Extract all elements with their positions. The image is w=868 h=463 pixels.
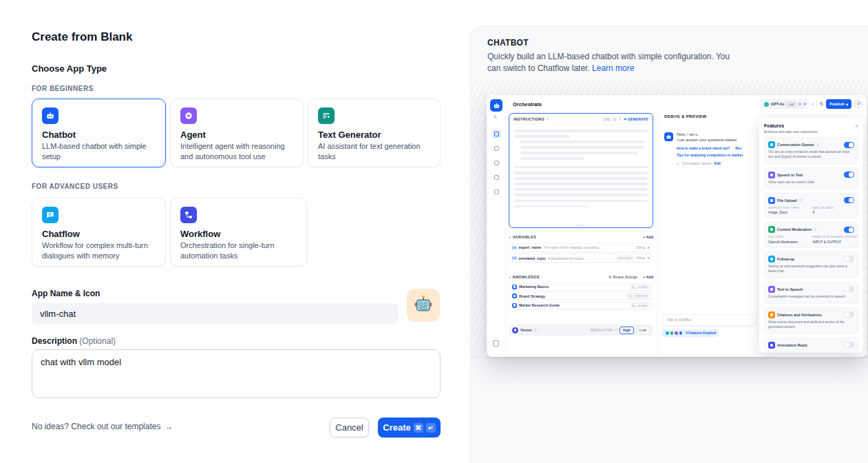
app-type-desc: LLM-based chatbot with simple setup (42, 141, 156, 161)
column-divider (657, 107, 658, 357)
add-knowledge-button: + Add (643, 275, 653, 279)
app-type-name: Chatbot (42, 130, 156, 140)
type-icon: ⊕ (647, 246, 650, 249)
app-type-desc: Workflow for complex multi-turn dialogue… (42, 240, 156, 260)
app-type-card-text-generator[interactable]: Text Generator AI assistant for text gen… (308, 99, 441, 167)
info-icon: ⓘ (547, 117, 549, 121)
knowledge-row: Brand Strategy HQ · INVERTED (509, 292, 653, 300)
feature-item: Content Moderation ⓘ PROVIDER OpenAI Mod… (764, 222, 858, 248)
toggle-on (844, 142, 854, 148)
app-type-name: Agent (180, 130, 293, 140)
info-icon: ⓘ (799, 198, 802, 202)
description-optional-label: (Optional) (79, 336, 116, 346)
retrieval-badge: HQ · HYBRID (630, 303, 650, 308)
feature-item: Annotation Reply (764, 338, 858, 353)
shot-instructions-panel: INSTRUCTIONS ⓘ 2182 {x} ⎘ ✦ GENERATE (509, 113, 653, 228)
shot-title: Orchestrate (513, 101, 542, 107)
shot-toolbar: GPT-4o CHAT ▾ ⇅ Publish ▾ ↺ (761, 99, 862, 109)
speech-to-text-icon (768, 172, 775, 178)
document-icon (512, 285, 517, 289)
toggle-off (844, 256, 854, 262)
follow-up-icon (768, 256, 775, 263)
rerank-settings-button: ⇅ Rerank Settings (608, 275, 637, 279)
required-badge: REQUIRED (616, 256, 634, 260)
resolution-high-button: High (620, 327, 634, 334)
feature-dot-icon (679, 331, 684, 336)
shot-nav-icon (492, 187, 501, 196)
generate-button: ✦ GENERATE (624, 117, 648, 121)
learn-more-link[interactable]: Learn more (592, 63, 634, 73)
close-icon: ✕ (855, 123, 858, 128)
shot-variables-section: ∨ VARIABLES + Add {x} expert_name The na… (509, 233, 653, 263)
instructions-placeholder-text (509, 125, 653, 216)
feature-item: Text to Speech Conversation messages can… (764, 282, 858, 304)
add-variable-button: + Add (643, 235, 653, 239)
app-type-desc: AI assistant for text generation tasks (318, 141, 430, 161)
toolbar-divider (816, 101, 817, 107)
app-type-card-agent[interactable]: Agent Intelligent agent with reasoning a… (170, 99, 304, 167)
model-option-icon (803, 103, 807, 106)
feature-item: Follow-up Setting up next questions sugg… (764, 251, 858, 278)
app-icon-picker[interactable] (407, 289, 440, 322)
shot-publish-button: Publish ▾ (826, 99, 851, 109)
chevron-down-icon: ∨ (509, 236, 511, 239)
shot-nav-icon (492, 173, 501, 182)
info-icon: ⓘ (814, 228, 816, 232)
gpt4o-model-icon (764, 102, 769, 107)
sparkle-icon: ✦ (624, 117, 627, 121)
preview-description: Quickly build an LLM-based chatbot with … (487, 51, 743, 75)
app-type-card-workflow[interactable]: Workflow Orchestration for single-turn a… (170, 198, 307, 267)
shot-knowledge-section: ∨ KNOWLEDGE ⇅ Rerank Settings + Add Mark… (509, 273, 653, 309)
cmd-key-icon: ⌘ (414, 423, 423, 433)
toggle-on (844, 172, 854, 178)
retrieval-badge: HQ · INVERTED (626, 294, 650, 298)
cancel-button[interactable]: Cancel (330, 418, 369, 438)
app-type-card-chatbot[interactable]: Chatbot LLM-based chatbot with simple se… (32, 99, 166, 167)
shot-nav-icon (492, 158, 501, 167)
knowledge-row: Marketing Basics HQ · HYBRID (509, 283, 653, 291)
document-icon (512, 294, 517, 298)
model-mode-badge: CHAT (786, 102, 797, 107)
chevron-down-icon: ∨ (509, 276, 511, 279)
enter-key-icon: ↵ (426, 423, 436, 433)
preview-panel-background: CHATBOT Quickly build an LLM-based chatb… (470, 26, 868, 463)
create-button[interactable]: Create ⌘ ↵ (378, 418, 441, 438)
templates-link[interactable]: No ideas? Check out our templates → (32, 422, 173, 431)
file-upload-icon (768, 197, 775, 204)
bot-message: Hello, I am L. I can answer your questio… (677, 132, 761, 165)
variable-token-icon: {x} (512, 256, 516, 260)
chatflow-icon (42, 207, 59, 223)
app-name-input[interactable] (32, 303, 399, 324)
variable-braces-icon: {x} (613, 117, 617, 121)
bot-avatar (664, 132, 673, 141)
shot-sidebar-bottom-icon (493, 340, 499, 347)
group-beginners-label: FOR BEGINNERS (32, 85, 94, 92)
app-type-name: Workflow (180, 229, 297, 239)
settings-sliders-icon: ⇅ (820, 101, 823, 107)
features-enabled-pill: 4 Features Enabled (662, 329, 719, 337)
info-icon: ⓘ (615, 329, 617, 332)
robot-emoji-icon (413, 294, 434, 317)
description-label: Description (Optional) (32, 336, 116, 346)
description-textarea[interactable]: chat with vllm model (32, 349, 441, 398)
app-type-card-chatflow[interactable]: Chatflow Workflow for complex multi-turn… (32, 198, 166, 267)
chevron-down-icon: ▾ (812, 102, 814, 106)
knowledge-row: Market Research Guide HQ · HYBRID (509, 302, 653, 309)
citations-icon (768, 311, 775, 318)
app-type-desc: Orchestration for single-turn automation… (180, 240, 297, 260)
suggestion-row: How to make a brand stand out? Bes (677, 146, 761, 150)
debug-preview-heading: DEBUG & PREVIEW (664, 114, 707, 119)
toggle-on (844, 227, 854, 233)
group-advanced-label: FOR ADVANCED USERS (32, 183, 118, 190)
opener-icon: ⊙ (677, 162, 679, 165)
shot-features-panel: Features ✕ Enhance web-app user experien… (759, 118, 863, 353)
toggle-off (844, 342, 854, 348)
type-icon: ⊕ (647, 256, 650, 260)
shot-nav-orchestrate-icon (492, 130, 501, 138)
app-type-desc: Intelligent agent with reasoning and aut… (180, 141, 293, 161)
char-count: 2182 (603, 117, 611, 121)
history-icon: ↺ (854, 100, 862, 108)
conversation-opener-icon (768, 141, 775, 148)
text-to-speech-icon (768, 286, 775, 293)
app-preview-screenshot: ⇅ Orchestrate GPT-4o CHAT (487, 95, 867, 357)
